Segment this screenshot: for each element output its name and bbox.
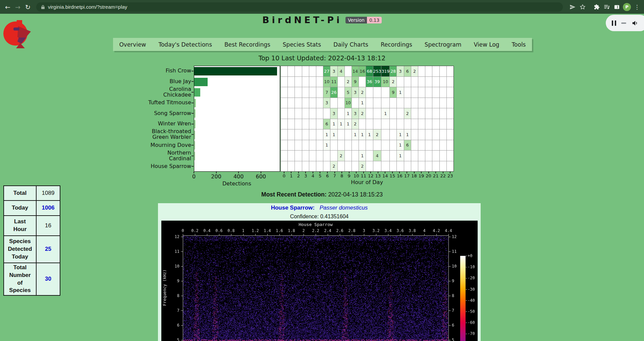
stats-row: Total Number of Species30 [4,263,60,295]
heatmap-cell [432,66,439,76]
hour-ticklabel: 9 [345,173,353,178]
heatmap-cell [418,77,425,87]
species-link[interactable]: House Sparrow: [271,205,315,211]
detections-bar [194,141,195,150]
heatmap-cell [447,140,453,151]
heatmap-cell [411,119,418,129]
heatmap-cell [359,140,366,151]
heatmap-cell [381,119,389,129]
heatmap-cell: 10 [345,98,352,108]
hour-ticklabel: 3 [302,173,310,178]
heatmap-cell [295,87,302,98]
heatmap-cell [440,66,446,76]
heatmap-cell: 1 [345,108,352,119]
heatmap-cell [281,119,287,129]
heatmap-cell [432,77,439,87]
heatmap-cell: 2 [359,108,366,119]
hour-ticklabel: 18 [410,173,418,178]
hour-ticklabel: 8 [338,173,346,178]
stats-label: Species Detected Today [4,236,36,263]
hour-ticklabel: 23 [446,173,454,178]
heatmap-cell [425,140,432,151]
heatmap-cell [281,108,287,119]
heatmap-cell: 1 [359,98,366,108]
heatmap-cell: 3 [323,98,330,108]
heatmap-cell [425,129,432,140]
heatmap-cell [404,151,411,161]
heatmap-cell: 1 [359,151,366,161]
heatmap-cell: 2 [330,161,337,172]
heatmap-cell [425,151,432,161]
heatmap-cell: 36 [366,77,373,87]
heatmap-cell: 319 [381,66,389,76]
heatmap-cell [418,161,425,172]
heatmap-cell [309,66,316,76]
heatmap-cell [302,151,309,161]
species-axis-tick [192,145,194,146]
heatmap-cell: 3 [330,108,337,119]
heatmap-cell [411,87,418,98]
heatmap-cell [418,108,425,119]
heatmap-cell: 1 [397,87,404,98]
detections-bar [194,152,195,160]
heatmap-cell: 2 [338,151,344,161]
heatmap-cell [381,140,389,151]
stats-label: Last Hour [4,216,36,236]
heatmap-cell: 3 [352,108,359,119]
heatmap-cell: 1 [352,129,359,140]
heatmap-cell: 10 [381,77,389,87]
heatmap-cell: 2 [352,119,359,129]
heatmap-cell [288,119,294,129]
hour-ticklabel: 22 [439,173,447,178]
heatmap-cell [338,129,344,140]
heatmap-cell [295,66,302,76]
heatmap-cell [281,77,287,87]
heatmap-cell [447,87,453,98]
heatmap-cell [352,98,359,108]
heatmap-cell [345,129,352,140]
heatmap-cell [309,98,316,108]
heatmap-cell [309,140,316,151]
detection-card: House Sparrow: Passer domesticus Confide… [158,203,481,341]
heatmap-cell [447,129,453,140]
heatmap-cell [390,140,396,151]
heatmap-cell [359,119,366,129]
hour-ticklabel: 1 [287,173,295,178]
stats-value-link[interactable]: 30 [45,276,51,282]
heatmap-cell [309,161,316,172]
bar-axis-title: Detections [210,180,264,187]
hour-ticklabel: 21 [432,173,440,178]
hour-ticklabel: 14 [381,173,389,178]
heatmap-cell [390,161,396,172]
stats-value-link[interactable]: 25 [45,246,51,252]
heatmap-cell: 3 [330,66,337,76]
heatmap-cell [352,161,359,172]
heatmap-cell [288,129,294,140]
heatmap-cell: 1 [345,119,352,129]
heatmap-cell [390,151,396,161]
heatmap-cell [366,87,373,98]
heatmap-cell [316,151,323,161]
stats-value-cell: 1006 [36,201,60,216]
heatmap-cell [338,108,344,119]
heatmap-cell [366,151,373,161]
scientific-name-link[interactable]: Passer domesticus [320,205,368,211]
heatmap-cell [288,151,294,161]
heatmap-cell [440,129,446,140]
heatmap-cell: 1 [366,129,373,140]
heatmap-cell [432,129,439,140]
heatmap-cell [432,151,439,161]
heatmap-cell [404,87,411,98]
heatmap-cell: 11 [330,77,337,87]
stats-value-link[interactable]: 1006 [42,205,55,211]
heatmap-cell [411,77,418,87]
heatmap-cell: 68 [366,66,373,76]
heatmap-cell [440,151,446,161]
heatmap-cell [330,98,337,108]
heatmap-cell [404,119,411,129]
heatmap-cell: 1 [323,129,330,140]
hour-ticklabel: 16 [395,173,404,178]
heatmap-cell [366,98,373,108]
species-label: Fish Crow [129,66,191,76]
heatmap-cell: 1 [397,129,404,140]
